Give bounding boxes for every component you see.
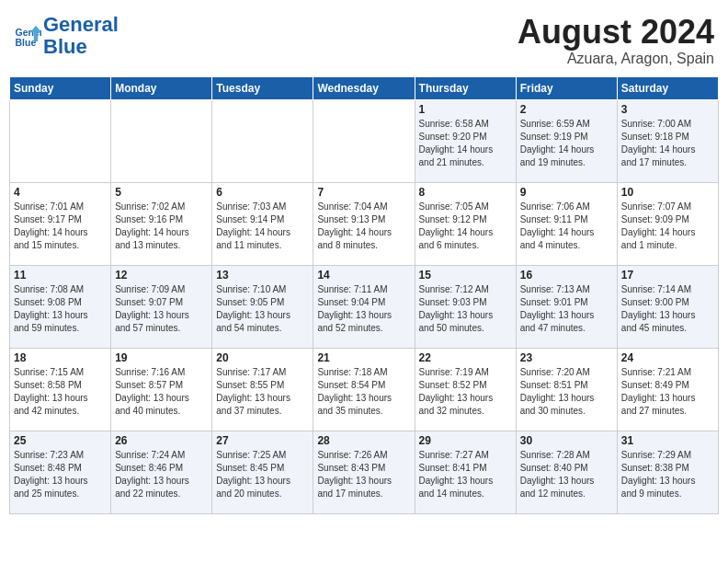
day-number: 24	[621, 351, 714, 364]
title-block: August 2024 Azuara, Aragon, Spain	[518, 14, 714, 67]
day-number: 5	[115, 186, 208, 199]
day-info: Sunrise: 7:24 AMSunset: 8:46 PMDaylight:…	[115, 449, 208, 500]
location: Azuara, Aragon, Spain	[518, 51, 714, 67]
weekday-wednesday: Wednesday	[313, 76, 415, 99]
calendar-cell: 26Sunrise: 7:24 AMSunset: 8:46 PMDayligh…	[111, 431, 212, 513]
day-info: Sunrise: 6:58 AMSunset: 9:20 PMDaylight:…	[419, 118, 512, 169]
day-info: Sunrise: 7:04 AMSunset: 9:13 PMDaylight:…	[317, 201, 410, 252]
day-info: Sunrise: 7:02 AMSunset: 9:16 PMDaylight:…	[115, 201, 208, 252]
calendar-cell: 10Sunrise: 7:07 AMSunset: 9:09 PMDayligh…	[617, 182, 718, 265]
calendar-cell: 1Sunrise: 6:58 AMSunset: 9:20 PMDaylight…	[415, 99, 516, 182]
month-title: August 2024	[518, 14, 714, 51]
day-info: Sunrise: 7:09 AMSunset: 9:07 PMDaylight:…	[115, 283, 208, 335]
weekday-sunday: Sunday	[10, 76, 111, 99]
calendar-cell: 22Sunrise: 7:19 AMSunset: 8:52 PMDayligh…	[415, 348, 516, 431]
day-number: 31	[621, 434, 714, 447]
day-number: 28	[317, 434, 410, 447]
day-number: 9	[520, 186, 613, 199]
day-number: 11	[14, 269, 107, 282]
day-info: Sunrise: 7:14 AMSunset: 9:00 PMDaylight:…	[621, 283, 714, 335]
calendar-body: 1Sunrise: 6:58 AMSunset: 9:20 PMDaylight…	[10, 99, 719, 513]
day-number: 23	[520, 351, 613, 364]
calendar-cell	[10, 99, 111, 182]
calendar-cell: 9Sunrise: 7:06 AMSunset: 9:11 PMDaylight…	[516, 182, 617, 265]
day-info: Sunrise: 7:21 AMSunset: 8:49 PMDaylight:…	[621, 366, 714, 418]
day-info: Sunrise: 7:05 AMSunset: 9:12 PMDaylight:…	[419, 201, 512, 252]
day-info: Sunrise: 7:19 AMSunset: 8:52 PMDaylight:…	[419, 366, 512, 418]
day-number: 20	[216, 351, 309, 364]
day-number: 15	[419, 269, 512, 282]
day-info: Sunrise: 7:01 AMSunset: 9:17 PMDaylight:…	[14, 201, 107, 252]
calendar-cell: 21Sunrise: 7:18 AMSunset: 8:54 PMDayligh…	[313, 348, 415, 431]
day-number: 10	[621, 186, 714, 199]
day-number: 26	[115, 434, 208, 447]
calendar-cell: 28Sunrise: 7:26 AMSunset: 8:43 PMDayligh…	[313, 431, 415, 513]
calendar-cell: 12Sunrise: 7:09 AMSunset: 9:07 PMDayligh…	[111, 265, 212, 348]
weekday-header-row: SundayMondayTuesdayWednesdayThursdayFrid…	[10, 76, 719, 99]
day-number: 13	[216, 269, 309, 282]
calendar-cell: 29Sunrise: 7:27 AMSunset: 8:41 PMDayligh…	[415, 431, 516, 513]
day-info: Sunrise: 7:03 AMSunset: 9:14 PMDaylight:…	[216, 201, 309, 252]
day-info: Sunrise: 7:18 AMSunset: 8:54 PMDaylight:…	[317, 366, 410, 418]
weekday-tuesday: Tuesday	[212, 76, 313, 99]
calendar-cell: 27Sunrise: 7:25 AMSunset: 8:45 PMDayligh…	[212, 431, 313, 513]
day-number: 4	[14, 186, 107, 199]
day-info: Sunrise: 7:23 AMSunset: 8:48 PMDaylight:…	[14, 449, 107, 500]
calendar-cell: 31Sunrise: 7:29 AMSunset: 8:38 PMDayligh…	[617, 431, 718, 513]
calendar-cell	[313, 99, 415, 182]
day-info: Sunrise: 7:12 AMSunset: 9:03 PMDaylight:…	[419, 283, 512, 335]
week-row-2: 4Sunrise: 7:01 AMSunset: 9:17 PMDaylight…	[10, 182, 719, 265]
calendar-cell: 2Sunrise: 6:59 AMSunset: 9:19 PMDaylight…	[516, 99, 617, 182]
day-number: 17	[621, 269, 714, 282]
day-number: 12	[115, 269, 208, 282]
calendar-cell: 7Sunrise: 7:04 AMSunset: 9:13 PMDaylight…	[313, 182, 415, 265]
week-row-3: 11Sunrise: 7:08 AMSunset: 9:08 PMDayligh…	[10, 265, 719, 348]
calendar-table: SundayMondayTuesdayWednesdayThursdayFrid…	[9, 76, 719, 514]
day-number: 21	[317, 351, 410, 364]
day-number: 16	[520, 269, 613, 282]
day-info: Sunrise: 7:11 AMSunset: 9:04 PMDaylight:…	[317, 283, 410, 335]
logo-icon: General Blue	[14, 22, 41, 50]
day-number: 18	[14, 351, 107, 364]
day-number: 22	[419, 351, 512, 364]
calendar-cell: 15Sunrise: 7:12 AMSunset: 9:03 PMDayligh…	[415, 265, 516, 348]
calendar-cell: 19Sunrise: 7:16 AMSunset: 8:57 PMDayligh…	[111, 348, 212, 431]
calendar-cell: 5Sunrise: 7:02 AMSunset: 9:16 PMDaylight…	[111, 182, 212, 265]
calendar-cell: 4Sunrise: 7:01 AMSunset: 9:17 PMDaylight…	[10, 182, 111, 265]
day-info: Sunrise: 7:25 AMSunset: 8:45 PMDaylight:…	[216, 449, 309, 500]
day-number: 25	[14, 434, 107, 447]
day-info: Sunrise: 7:13 AMSunset: 9:01 PMDaylight:…	[520, 283, 613, 335]
day-info: Sunrise: 7:29 AMSunset: 8:38 PMDaylight:…	[621, 449, 714, 500]
day-info: Sunrise: 7:08 AMSunset: 9:08 PMDaylight:…	[14, 283, 107, 335]
day-info: Sunrise: 7:20 AMSunset: 8:51 PMDaylight:…	[520, 366, 613, 418]
page-header: General Blue General Blue August 2024 Az…	[9, 9, 719, 67]
calendar-cell: 13Sunrise: 7:10 AMSunset: 9:05 PMDayligh…	[212, 265, 313, 348]
logo: General Blue General Blue	[14, 14, 119, 58]
calendar-cell: 11Sunrise: 7:08 AMSunset: 9:08 PMDayligh…	[10, 265, 111, 348]
logo-text: General Blue	[43, 14, 119, 58]
calendar-cell: 14Sunrise: 7:11 AMSunset: 9:04 PMDayligh…	[313, 265, 415, 348]
day-info: Sunrise: 7:10 AMSunset: 9:05 PMDaylight:…	[216, 283, 309, 335]
day-number: 14	[317, 269, 410, 282]
calendar-cell	[111, 99, 212, 182]
day-info: Sunrise: 7:00 AMSunset: 9:18 PMDaylight:…	[621, 118, 714, 169]
week-row-5: 25Sunrise: 7:23 AMSunset: 8:48 PMDayligh…	[10, 431, 719, 513]
calendar-cell: 30Sunrise: 7:28 AMSunset: 8:40 PMDayligh…	[516, 431, 617, 513]
calendar-cell: 17Sunrise: 7:14 AMSunset: 9:00 PMDayligh…	[617, 265, 718, 348]
calendar-cell: 18Sunrise: 7:15 AMSunset: 8:58 PMDayligh…	[10, 348, 111, 431]
svg-text:Blue: Blue	[16, 37, 37, 48]
day-info: Sunrise: 7:27 AMSunset: 8:41 PMDaylight:…	[419, 449, 512, 500]
day-number: 19	[115, 351, 208, 364]
week-row-4: 18Sunrise: 7:15 AMSunset: 8:58 PMDayligh…	[10, 348, 719, 431]
day-number: 30	[520, 434, 613, 447]
day-number: 1	[419, 103, 512, 116]
day-number: 29	[419, 434, 512, 447]
day-info: Sunrise: 7:17 AMSunset: 8:55 PMDaylight:…	[216, 366, 309, 418]
day-number: 6	[216, 186, 309, 199]
week-row-1: 1Sunrise: 6:58 AMSunset: 9:20 PMDaylight…	[10, 99, 719, 182]
calendar-cell: 3Sunrise: 7:00 AMSunset: 9:18 PMDaylight…	[617, 99, 718, 182]
calendar-cell	[212, 99, 313, 182]
day-info: Sunrise: 7:26 AMSunset: 8:43 PMDaylight:…	[317, 449, 410, 500]
day-number: 3	[621, 103, 714, 116]
weekday-friday: Friday	[516, 76, 617, 99]
